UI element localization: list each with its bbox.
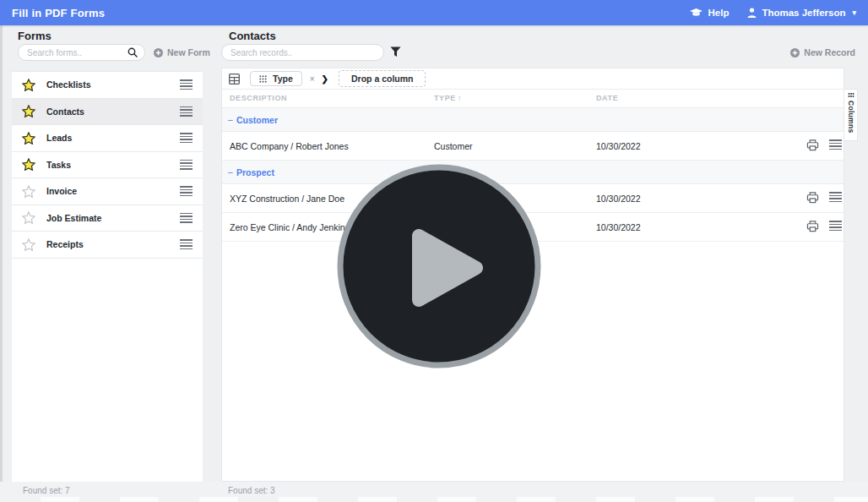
- row-menu-icon[interactable]: [829, 139, 842, 150]
- cell-description: Zero Eye Clinic / Andy Jenkins: [230, 222, 350, 232]
- new-form-button[interactable]: New Form: [154, 47, 210, 57]
- column-header-description[interactable]: DESCRIPTION: [230, 94, 287, 102]
- forms-panel-title: Forms: [18, 30, 52, 42]
- cell-date: 10/30/2022: [596, 141, 641, 151]
- video-play-button[interactable]: [336, 163, 542, 369]
- drag-dots-icon: [259, 75, 267, 83]
- help-button[interactable]: Help: [690, 8, 729, 18]
- sidebar-item-label: Job Estimate: [46, 213, 101, 223]
- sidebar-item-tasks[interactable]: Tasks: [12, 152, 203, 179]
- records-found-set: Found set: 3: [228, 486, 275, 495]
- star-icon: [22, 79, 35, 91]
- sidebar-item-receipts[interactable]: Receipts: [12, 232, 203, 259]
- cell-type: Customer: [434, 141, 473, 151]
- sort-up-icon: ↑: [458, 94, 462, 102]
- group-chip-label: Type: [273, 74, 293, 84]
- records-search: [221, 44, 384, 61]
- print-icon[interactable]: [806, 139, 819, 155]
- caret-down-icon: ▾: [852, 8, 856, 17]
- group-label: Customer: [236, 115, 278, 125]
- filter-button[interactable]: [390, 46, 401, 61]
- app-title: Fill in PDF Forms: [12, 7, 105, 19]
- sidebar-item-label: Contacts: [46, 106, 84, 117]
- collapse-icon[interactable]: –: [228, 167, 233, 177]
- graduation-cap-icon: [690, 8, 703, 18]
- new-form-label: New Form: [167, 47, 210, 57]
- star-icon: [22, 158, 35, 171]
- drag-handle-icon[interactable]: [180, 186, 193, 196]
- drag-handle-icon[interactable]: [180, 79, 193, 90]
- chevron-right-icon[interactable]: ❯: [322, 74, 328, 84]
- remove-group-icon[interactable]: ×: [310, 74, 315, 84]
- column-header-type[interactable]: TYPE↑: [434, 94, 462, 102]
- table-row[interactable]: ABC Company / Robert Jones Customer 10/3…: [222, 132, 844, 161]
- group-row-customer[interactable]: – Customer: [222, 108, 844, 132]
- sidebar-item-label: Receipts: [46, 239, 84, 249]
- group-table-icon[interactable]: [229, 74, 240, 85]
- filter-funnel-icon: [390, 46, 401, 57]
- play-icon: [336, 163, 542, 369]
- forms-list: Checklists Contacts Leads Tasks Invoice …: [12, 71, 203, 482]
- cell-date: 10/30/2022: [596, 194, 641, 204]
- drag-handle-icon[interactable]: [180, 160, 193, 170]
- cell-description: ABC Company / Robert Jones: [230, 141, 349, 151]
- star-icon: [22, 211, 35, 224]
- status-bar: [0, 482, 868, 502]
- row-menu-icon[interactable]: [829, 192, 842, 202]
- columns-tab-label: Columns: [847, 101, 855, 133]
- forms-search: [18, 44, 145, 61]
- star-icon: [22, 132, 35, 145]
- group-chip-type[interactable]: Type: [250, 71, 302, 86]
- user-name: Thomas Jefferson: [762, 8, 845, 18]
- app-window: Fill in PDF Forms Help Thomas Jefferson …: [0, 0, 868, 502]
- plus-circle-icon: [790, 48, 800, 57]
- sidebar-item-label: Checklists: [46, 79, 91, 90]
- row-menu-icon[interactable]: [829, 221, 842, 231]
- star-icon: [22, 105, 35, 117]
- cell-date: 10/30/2022: [596, 222, 641, 232]
- records-search-input[interactable]: [222, 48, 383, 57]
- group-label: Prospect: [236, 167, 274, 177]
- print-icon[interactable]: [806, 221, 819, 236]
- contacts-panel-title: Contacts: [229, 30, 276, 42]
- columns-dots-icon: [848, 93, 854, 98]
- forms-found-set: Found set: 7: [23, 486, 70, 495]
- sidebar-item-label: Invoice: [46, 186, 77, 196]
- topbar: Fill in PDF Forms Help Thomas Jefferson …: [0, 0, 868, 25]
- help-label: Help: [708, 8, 729, 18]
- columns-tab[interactable]: Columns: [844, 89, 858, 141]
- sidebar-item-checklists[interactable]: Checklists: [12, 72, 203, 99]
- print-icon[interactable]: [806, 192, 819, 207]
- plus-circle-icon: [154, 48, 163, 57]
- table-header-row: DESCRIPTION TYPE↑ DATE: [222, 90, 844, 108]
- topbar-actions: Help Thomas Jefferson ▾: [690, 8, 856, 18]
- drag-handle-icon[interactable]: [180, 133, 193, 143]
- drop-column-target[interactable]: Drop a column: [339, 70, 426, 87]
- group-toolbar: Type × ❯ Drop a column: [222, 68, 844, 90]
- sidebar-item-label: Leads: [46, 133, 72, 143]
- cell-description: XYZ Construction / Jane Doe: [230, 194, 344, 204]
- drag-handle-icon[interactable]: [180, 239, 193, 249]
- user-menu[interactable]: Thomas Jefferson ▾: [747, 8, 856, 18]
- star-icon: [22, 238, 35, 251]
- search-icon: [127, 47, 138, 57]
- user-icon: [747, 8, 757, 18]
- sidebar-item-invoice[interactable]: Invoice: [12, 178, 203, 205]
- sidebar-item-contacts[interactable]: Contacts: [12, 99, 203, 126]
- forms-search-input[interactable]: [19, 48, 127, 57]
- new-record-button[interactable]: New Record: [790, 47, 855, 57]
- column-header-date[interactable]: DATE: [596, 94, 618, 102]
- star-icon: [22, 185, 35, 198]
- window-left-edge: [0, 25, 3, 502]
- drag-handle-icon[interactable]: [180, 106, 193, 117]
- sidebar-item-job-estimate[interactable]: Job Estimate: [12, 205, 203, 232]
- sidebar-item-label: Tasks: [46, 160, 71, 170]
- drag-handle-icon[interactable]: [180, 213, 193, 223]
- new-record-label: New Record: [804, 47, 855, 57]
- collapse-icon[interactable]: –: [228, 115, 233, 124]
- sidebar-item-leads[interactable]: Leads: [12, 125, 203, 152]
